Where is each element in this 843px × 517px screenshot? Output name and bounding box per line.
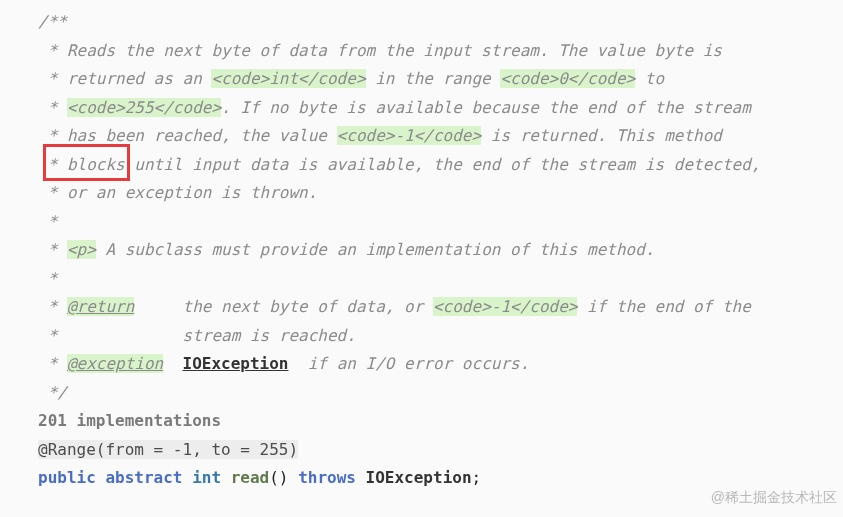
doc-line-5: * has been reached, the value <code>-1</… — [38, 122, 843, 151]
doc-line-4: * <code>255</code>. If no byte is availa… — [38, 94, 843, 123]
code-tag: <code>int</code> — [211, 69, 365, 88]
exception-name: IOException — [183, 354, 289, 373]
doc-line-3: * returned as an <code>int</code> in the… — [38, 65, 843, 94]
doc-line-2: * Reads the next byte of data from the i… — [38, 37, 843, 66]
code-tag: <code>-1</code> — [433, 297, 578, 316]
implementations-hint[interactable]: 201 implementations — [38, 407, 843, 436]
p-tag: <p> — [67, 240, 96, 259]
doc-line-7: * or an exception is thrown. — [38, 179, 843, 208]
code-tag: <code>255</code> — [67, 98, 221, 117]
doc-line-9: * <p> A subclass must provide an impleme… — [38, 236, 843, 265]
doc-line-10: * — [38, 265, 843, 294]
doc-line-8: * — [38, 208, 843, 237]
doc-line-14: */ — [38, 379, 843, 408]
watermark: @稀土掘金技术社区 — [711, 483, 837, 512]
doc-line-11: * @return the next byte of data, or <cod… — [38, 293, 843, 322]
code-tag: <code>0</code> — [500, 69, 635, 88]
doc-line-1: /** — [38, 8, 843, 37]
exception-tag: @exception — [67, 354, 163, 373]
code-tag: <code>-1</code> — [337, 126, 482, 145]
range-annotation: @Range(from = -1, to = 255) — [38, 440, 298, 459]
doc-line-6: * blocks until input data is available, … — [38, 151, 843, 180]
return-tag: @return — [67, 297, 134, 316]
doc-line-12: * stream is reached. — [38, 322, 843, 351]
annotation-line: @Range(from = -1, to = 255) — [38, 436, 843, 465]
doc-line-13: * @exception IOException if an I/O error… — [38, 350, 843, 379]
